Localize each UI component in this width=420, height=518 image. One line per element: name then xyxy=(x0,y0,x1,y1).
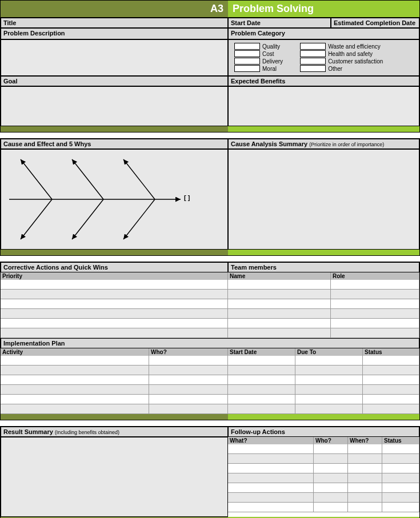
plan-activity[interactable] xyxy=(1,356,149,365)
corrective-row[interactable] xyxy=(1,309,228,318)
followup-when[interactable] xyxy=(348,464,382,473)
plan-due[interactable] xyxy=(295,375,363,384)
section-divider xyxy=(1,250,419,255)
cat-moral-input[interactable] xyxy=(234,65,260,72)
followup-status-col: Status xyxy=(382,437,419,444)
expected-benefits-input[interactable] xyxy=(228,86,419,126)
title-a3: A3 xyxy=(1,1,228,17)
result-summary-input[interactable] xyxy=(1,437,228,517)
followup-when[interactable] xyxy=(348,444,382,453)
followup-what[interactable] xyxy=(228,454,314,463)
plan-who[interactable] xyxy=(149,375,228,384)
problem-desc-input[interactable] xyxy=(1,39,228,76)
plan-start[interactable] xyxy=(228,404,295,413)
followup-what[interactable] xyxy=(228,473,314,483)
corrective-row[interactable] xyxy=(1,290,228,299)
cat-cost-label: Cost xyxy=(262,51,274,57)
followup-who[interactable] xyxy=(314,444,348,453)
plan-due[interactable] xyxy=(295,356,363,365)
section-divider xyxy=(1,126,419,132)
plan-who[interactable] xyxy=(149,404,228,413)
fishbone-head-label: [ ] xyxy=(184,194,190,201)
cat-health-input[interactable] xyxy=(300,50,326,57)
plan-start[interactable] xyxy=(228,375,295,384)
team-role-row[interactable] xyxy=(331,299,419,308)
plan-due[interactable] xyxy=(295,366,363,375)
plan-activity[interactable] xyxy=(1,404,149,413)
followup-what[interactable] xyxy=(228,483,314,492)
followup-status[interactable] xyxy=(382,444,419,453)
followup-when[interactable] xyxy=(348,483,382,492)
corrective-row[interactable] xyxy=(1,319,228,328)
followup-status[interactable] xyxy=(382,493,419,502)
plan-who[interactable] xyxy=(149,395,228,404)
plan-who[interactable] xyxy=(149,356,228,365)
plan-start[interactable] xyxy=(228,356,295,365)
followup-what[interactable] xyxy=(228,444,314,453)
cause-analysis-input[interactable] xyxy=(228,149,419,250)
cat-waste-input[interactable] xyxy=(300,43,326,50)
plan-start[interactable] xyxy=(228,395,295,404)
start-date-label: Start Date xyxy=(228,18,331,28)
plan-start[interactable] xyxy=(228,385,295,394)
team-role-row[interactable] xyxy=(331,290,419,299)
plan-status[interactable] xyxy=(363,375,419,384)
goal-input[interactable] xyxy=(1,86,228,126)
followup-status[interactable] xyxy=(382,464,419,473)
cat-customer-input[interactable] xyxy=(300,58,326,65)
plan-activity[interactable] xyxy=(1,366,149,375)
corrective-row[interactable] xyxy=(1,280,228,289)
plan-due[interactable] xyxy=(295,395,363,404)
plan-start[interactable] xyxy=(228,366,295,375)
plan-activity[interactable] xyxy=(1,375,149,384)
plan-due[interactable] xyxy=(295,385,363,394)
plan-activity[interactable] xyxy=(1,385,149,394)
plan-status[interactable] xyxy=(363,395,419,404)
team-name-row[interactable] xyxy=(228,280,331,289)
followup-who[interactable] xyxy=(314,473,348,483)
plan-who[interactable] xyxy=(149,366,228,375)
team-role-row[interactable] xyxy=(331,309,419,318)
followup-status[interactable] xyxy=(382,503,419,512)
cat-other-input[interactable] xyxy=(300,65,326,72)
team-role-row[interactable] xyxy=(331,319,419,328)
followup-what-col: What? xyxy=(228,437,314,444)
cat-quality-input[interactable] xyxy=(234,43,260,50)
followup-who[interactable] xyxy=(314,464,348,473)
followup-what[interactable] xyxy=(228,493,314,502)
followup-what[interactable] xyxy=(228,503,314,512)
followup-who[interactable] xyxy=(314,483,348,492)
team-name-row[interactable] xyxy=(228,299,331,308)
followup-status[interactable] xyxy=(382,473,419,483)
team-name-row[interactable] xyxy=(228,290,331,299)
plan-activity[interactable] xyxy=(1,395,149,404)
followup-what[interactable] xyxy=(228,464,314,473)
fishbone-area[interactable]: [ ] xyxy=(1,149,228,250)
plan-status[interactable] xyxy=(363,404,419,413)
plan-status[interactable] xyxy=(363,366,419,375)
followup-when[interactable] xyxy=(348,503,382,512)
followup-status[interactable] xyxy=(382,483,419,492)
followup-who[interactable] xyxy=(314,493,348,502)
followup-when[interactable] xyxy=(348,454,382,463)
team-role-row[interactable] xyxy=(331,280,419,289)
team-name-row[interactable] xyxy=(228,328,331,338)
plan-status[interactable] xyxy=(363,385,419,394)
followup-when[interactable] xyxy=(348,473,382,483)
team-name-row[interactable] xyxy=(228,309,331,318)
plan-due[interactable] xyxy=(295,404,363,413)
followup-when[interactable] xyxy=(348,493,382,502)
corrective-row[interactable] xyxy=(1,328,228,338)
followup-when-col: When? xyxy=(348,437,382,444)
corrective-row[interactable] xyxy=(1,299,228,308)
plan-who[interactable] xyxy=(149,385,228,394)
team-name-row[interactable] xyxy=(228,319,331,328)
followup-status[interactable] xyxy=(382,454,419,463)
team-label: Team members xyxy=(228,262,419,272)
followup-who[interactable] xyxy=(314,454,348,463)
team-role-row[interactable] xyxy=(331,328,419,338)
cat-delivery-input[interactable] xyxy=(234,58,260,65)
followup-who[interactable] xyxy=(314,503,348,512)
plan-status[interactable] xyxy=(363,356,419,365)
cat-cost-input[interactable] xyxy=(234,50,260,57)
